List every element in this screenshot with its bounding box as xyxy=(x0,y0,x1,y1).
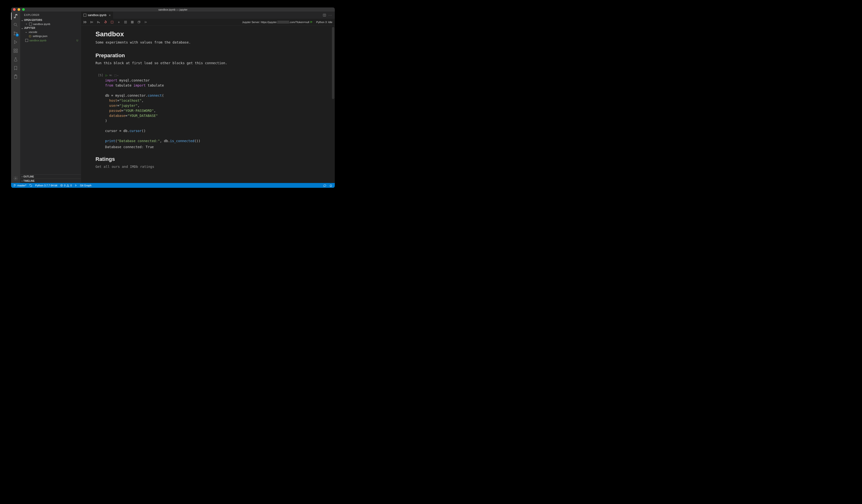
chevron-down-icon: ⌄ xyxy=(21,19,23,22)
open-editor-item[interactable]: × sandbox.ipynb xyxy=(20,22,81,26)
svg-rect-4 xyxy=(14,49,15,51)
file-settings-json[interactable]: {} settings.json xyxy=(20,34,81,38)
source-control-icon[interactable]: 7 xyxy=(13,31,18,36)
markdown-paragraph: Run this block at first load so other bl… xyxy=(95,61,328,65)
status-bar: master* Python 3.7.7 64-bit 0 0 Git Grap… xyxy=(11,183,335,188)
explorer-title: EXPLORER xyxy=(20,12,81,18)
notifications-icon[interactable] xyxy=(329,184,332,187)
server-connected-icon: ⟳ xyxy=(310,21,312,24)
folder-vscode[interactable]: ⌄ .vscode xyxy=(20,30,81,34)
toolbar-icon-3[interactable] xyxy=(137,21,141,24)
notebook-editor[interactable]: Sandbox Some experiments with values fro… xyxy=(81,26,335,183)
chevron-down-icon: ⌄ xyxy=(21,27,23,29)
add-cell-icon[interactable]: + xyxy=(117,21,120,24)
code-cell[interactable]: [5] ▷ M↓ ⬚→ import mysql.connector from … xyxy=(95,73,328,149)
cell-run-by-line-icon[interactable]: ⬚→ xyxy=(114,74,119,77)
explorer-icon[interactable] xyxy=(13,13,18,19)
file-sandbox-ipynb[interactable]: sandbox.ipynb U xyxy=(20,38,81,42)
scrollbar-thumb[interactable] xyxy=(332,27,334,99)
more-actions-icon[interactable]: ··· xyxy=(328,13,332,17)
svg-point-2 xyxy=(14,34,15,35)
clipboard-icon[interactable] xyxy=(13,74,18,79)
cell-markdown-icon[interactable]: M↓ xyxy=(109,74,112,77)
svg-point-3 xyxy=(16,32,17,34)
run-all-icon[interactable] xyxy=(83,21,87,24)
vscode-window: sandbox.ipynb — jupyter 7 xyxy=(11,8,335,188)
notebook-file-icon xyxy=(83,14,86,17)
svg-rect-13 xyxy=(131,21,133,23)
notebook-file-icon xyxy=(29,22,32,26)
split-editor-icon[interactable] xyxy=(323,13,326,17)
close-tab-icon[interactable]: × xyxy=(109,13,110,17)
settings-gear-icon[interactable] xyxy=(13,176,18,181)
debug-start-icon[interactable] xyxy=(75,184,77,187)
window-title: sandbox.ipynb — jupyter xyxy=(158,8,187,11)
chevron-right-icon: › xyxy=(22,180,22,182)
execution-count: [5] xyxy=(95,73,105,149)
notebook-file-icon xyxy=(25,39,28,42)
svg-point-0 xyxy=(14,23,16,26)
run-debug-icon[interactable] xyxy=(13,39,18,45)
svg-point-15 xyxy=(14,184,14,185)
activity-bar: 7 xyxy=(11,12,20,183)
minimize-window-button[interactable] xyxy=(17,8,20,11)
git-status-untracked: U xyxy=(77,39,78,42)
explorer-sidebar: EXPLORER ⌄ OPEN EDITORS × sandbox.ipynb … xyxy=(20,12,81,183)
jupyter-server-status[interactable]: Jupyter Server: https://jupyter.xxxxxxxx… xyxy=(242,21,312,24)
timeline-header[interactable]: › TIMELINE xyxy=(20,179,81,183)
open-editors-header[interactable]: ⌄ OPEN EDITORS xyxy=(20,18,81,22)
interrupt-kernel-icon[interactable] xyxy=(110,21,114,24)
run-below-icon[interactable] xyxy=(97,21,100,24)
restart-kernel-icon[interactable] xyxy=(104,21,107,24)
close-editor-icon[interactable]: × xyxy=(25,23,28,26)
feedback-icon[interactable] xyxy=(323,184,326,187)
markdown-paragraph: Get all ours and IMDb ratings xyxy=(95,165,328,169)
traffic-lights xyxy=(13,8,25,11)
chevron-down-icon: ⌄ xyxy=(25,30,27,34)
bookmark-icon[interactable] xyxy=(13,65,18,71)
maximize-window-button[interactable] xyxy=(22,8,25,11)
git-graph-status[interactable]: Git Graph xyxy=(80,184,92,187)
svg-point-16 xyxy=(14,186,14,186)
python-version-status[interactable]: Python 3.7.7 64-bit xyxy=(35,184,57,187)
json-file-icon: {} xyxy=(28,35,32,38)
cell-output: Database connected: True xyxy=(105,145,328,149)
search-icon[interactable] xyxy=(13,22,18,27)
toolbar-icon-1[interactable] xyxy=(124,21,127,24)
run-cell-icon[interactable]: ▷ xyxy=(106,74,107,77)
toolbar-icon-4[interactable] xyxy=(144,21,147,24)
svg-rect-7 xyxy=(16,49,17,51)
git-branch-status[interactable]: master* xyxy=(13,184,26,187)
problems-status[interactable]: 0 0 xyxy=(60,184,72,187)
markdown-heading-2: Ratings xyxy=(95,156,328,162)
editor-main: sandbox.ipynb × ··· + xyxy=(81,12,335,183)
svg-rect-14 xyxy=(138,22,140,23)
scm-badge: 7 xyxy=(16,34,19,37)
workspace-header[interactable]: ⌄ JUPYTER xyxy=(20,26,81,30)
outline-header[interactable]: › OUTLINE xyxy=(20,174,81,179)
kernel-status[interactable]: Python 3: Idle xyxy=(316,21,332,24)
svg-rect-5 xyxy=(14,51,15,53)
markdown-heading-2: Preparation xyxy=(95,52,328,59)
extensions-icon[interactable] xyxy=(13,48,18,53)
markdown-paragraph: Some experiments with values from the da… xyxy=(95,40,328,44)
chevron-right-icon: › xyxy=(22,175,22,178)
close-window-button[interactable] xyxy=(13,8,16,11)
titlebar: sandbox.ipynb — jupyter xyxy=(11,8,335,12)
sync-icon[interactable] xyxy=(29,184,32,187)
markdown-heading-1: Sandbox xyxy=(95,30,328,38)
tab-sandbox[interactable]: sandbox.ipynb × xyxy=(81,12,113,19)
run-above-icon[interactable] xyxy=(90,21,94,24)
notebook-toolbar: + Jupyter Server: https://jupyter.xxxxxx… xyxy=(81,19,335,26)
toolbar-icon-2[interactable] xyxy=(131,21,134,24)
cell-toolbar: ▷ M↓ ⬚→ xyxy=(105,73,328,77)
svg-point-10 xyxy=(15,178,16,179)
svg-rect-6 xyxy=(16,51,17,53)
svg-point-1 xyxy=(14,32,15,33)
code-content[interactable]: import mysql.connector from tabulate imp… xyxy=(105,78,328,144)
editor-tabs: sandbox.ipynb × ··· xyxy=(81,12,335,19)
beaker-icon[interactable] xyxy=(13,57,18,62)
